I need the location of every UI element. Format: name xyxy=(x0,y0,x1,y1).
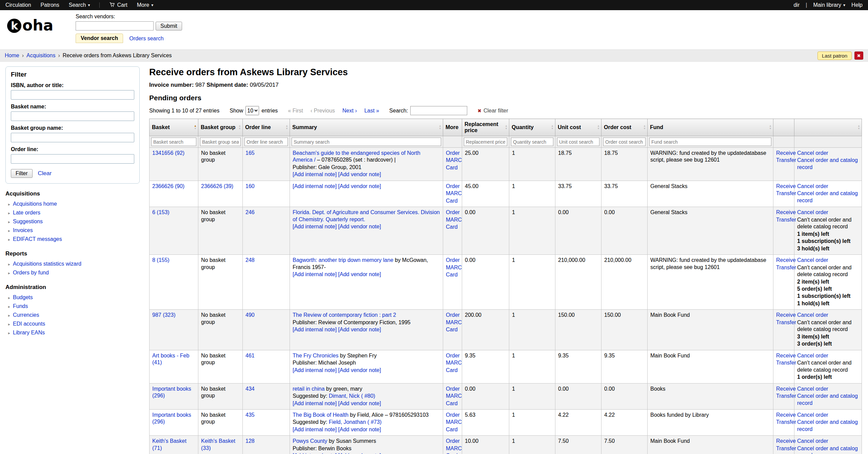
add-vendor-note-link[interactable]: [Add vendor note] xyxy=(338,400,381,406)
column-header-fund[interactable]: Fund▲▼ xyxy=(648,119,773,136)
last-patron-button[interactable]: Last patron xyxy=(817,51,852,60)
add-vendor-note-link[interactable]: [Add vendor note] xyxy=(338,224,381,229)
order-link[interactable]: Order xyxy=(446,386,460,392)
column-filter-input[interactable] xyxy=(511,138,553,146)
summary-link[interactable]: Powys County xyxy=(293,438,327,444)
add-vendor-note-link[interactable]: [Add vendor note] xyxy=(338,271,381,277)
add-internal-note-link[interactable]: [Add internal note] xyxy=(293,327,337,332)
clear-link[interactable]: Clear xyxy=(38,170,52,177)
add-vendor-note-link[interactable]: [Add vendor note] xyxy=(338,367,381,373)
sidebar-item-invoices[interactable]: ▸Invoices xyxy=(5,226,140,235)
summary-link[interactable]: retail in china xyxy=(293,386,324,392)
marc-link[interactable]: MARC xyxy=(446,360,462,366)
column-header-unit-cost[interactable]: Unit cost▲▼ xyxy=(555,119,601,136)
transfer-link[interactable]: Transfer xyxy=(776,446,796,451)
sidebar-item-funds[interactable]: ▸Funds xyxy=(5,302,140,311)
column-filter-input[interactable] xyxy=(649,138,771,146)
basket-link[interactable]: Art books - Feb (41) xyxy=(152,353,189,365)
add-internal-note-link[interactable]: [Add internal note] xyxy=(293,271,337,277)
basket-group-name-input[interactable] xyxy=(11,133,134,142)
chevron-down-icon[interactable]: ▾ xyxy=(88,3,90,7)
column-header-quantity[interactable]: Quantity▲▼ xyxy=(509,119,555,136)
table-search-input[interactable] xyxy=(410,106,467,115)
card-link[interactable]: Card xyxy=(446,165,458,170)
sidebar-item-link[interactable]: Library EANs xyxy=(13,330,45,336)
column-filter-input[interactable] xyxy=(200,138,241,146)
column-header-summary[interactable]: Summary▲▼ xyxy=(290,119,443,136)
nav-search[interactable]: Search xyxy=(69,2,86,8)
summary-link[interactable]: Cancel order and catalog record xyxy=(797,157,858,170)
nav-help[interactable]: Help xyxy=(851,2,863,8)
transfer-link[interactable]: Transfer xyxy=(776,393,796,399)
order-link[interactable]: Order xyxy=(446,353,460,358)
summary-link[interactable]: Cancel order xyxy=(797,183,828,189)
order-link[interactable]: Order xyxy=(446,150,460,156)
basket-link[interactable]: 1341656 (92) xyxy=(152,150,184,156)
sidebar-item-orders-by-fund[interactable]: ▸Orders by fund xyxy=(5,268,140,277)
nav-patrons[interactable]: Patrons xyxy=(41,2,59,8)
add-vendor-note-link[interactable]: [Add vendor note] xyxy=(338,453,381,454)
order-line-link[interactable]: 246 xyxy=(245,209,255,215)
library-select[interactable]: Main library xyxy=(813,2,841,8)
sidebar-item-budgets[interactable]: ▸Budgets xyxy=(5,293,140,302)
marc-link[interactable]: MARC xyxy=(446,319,462,325)
basket-group-link[interactable]: Keith's Basket (33) xyxy=(201,438,235,451)
card-link[interactable]: Card xyxy=(446,198,458,204)
vendor-search-input[interactable] xyxy=(76,21,154,30)
order-link[interactable]: Order xyxy=(446,312,460,318)
column-header-basket-group[interactable]: Basket group▲▼ xyxy=(198,119,243,136)
basket-group-link[interactable]: 2366626 (39) xyxy=(201,183,233,189)
summary-link[interactable]: Dimant, Nick ( #80) xyxy=(329,393,375,399)
basket-link[interactable]: 987 (323) xyxy=(152,312,176,318)
order-line-link[interactable]: 461 xyxy=(245,353,255,358)
summary-link[interactable]: Cancel order and catalog record xyxy=(797,393,858,406)
column-header-order-line[interactable]: Order line▲▼ xyxy=(243,119,290,136)
add-internal-note-link[interactable]: [Add internal note] xyxy=(293,453,337,454)
page-size-select[interactable]: 10 xyxy=(245,106,259,115)
summary-link[interactable]: Cancel order and catalog record xyxy=(797,190,858,203)
column-filter-input[interactable] xyxy=(603,138,646,146)
transfer-link[interactable]: Transfer xyxy=(776,190,796,196)
order-line-link[interactable]: 160 xyxy=(245,183,255,189)
sidebar-item-currencies[interactable]: ▸Currencies xyxy=(5,311,140,319)
receive-link[interactable]: Receive xyxy=(776,150,796,156)
receive-link[interactable]: Receive xyxy=(776,353,796,358)
sidebar-item-link[interactable]: Suggestions xyxy=(13,219,43,225)
column-filter-input[interactable] xyxy=(244,138,288,146)
receive-link[interactable]: Receive xyxy=(776,257,796,263)
filter-button[interactable]: Filter xyxy=(11,169,33,178)
breadcrumb-acquisitions[interactable]: Acquisitions xyxy=(26,53,55,59)
summary-link[interactable]: Field, Jonathan ( #73) xyxy=(329,419,382,425)
basket-link[interactable]: Important books (296) xyxy=(152,412,191,425)
summary-link[interactable]: Cancel order xyxy=(797,312,828,318)
order-line-link[interactable]: 128 xyxy=(245,438,255,444)
add-internal-note-link[interactable]: [Add internal note] xyxy=(293,183,337,189)
sidebar-item-suggestions[interactable]: ▸Suggestions xyxy=(5,217,140,226)
card-link[interactable]: Card xyxy=(446,400,458,406)
order-link[interactable]: Order xyxy=(446,257,460,263)
order-link[interactable]: Order xyxy=(446,412,460,418)
basket-link[interactable]: Important books (296) xyxy=(152,386,191,398)
basket-link[interactable]: 6 (153) xyxy=(152,209,170,215)
marc-link[interactable]: MARC xyxy=(446,265,462,270)
sidebar-item-link[interactable]: Acquisitions home xyxy=(13,201,57,207)
summary-link[interactable]: The Review of contemporary fiction : par… xyxy=(293,312,396,318)
order-link[interactable]: Order xyxy=(446,183,460,189)
summary-link[interactable]: Beacham's guide to the endangered specie… xyxy=(293,150,420,163)
transfer-link[interactable]: Transfer xyxy=(776,265,796,270)
summary-link[interactable]: The Fry Chronicles xyxy=(293,353,338,358)
summary-link[interactable]: Florida. Dept. of Agriculture and Consum… xyxy=(293,209,440,222)
pager-last[interactable]: Last » xyxy=(364,108,379,114)
receive-link[interactable]: Receive xyxy=(776,183,796,189)
card-link[interactable]: Card xyxy=(446,272,458,277)
transfer-link[interactable]: Transfer xyxy=(776,360,796,366)
transfer-link[interactable]: Transfer xyxy=(776,419,796,425)
basket-link[interactable]: Keith's Basket (71) xyxy=(152,438,186,451)
card-link[interactable]: Card xyxy=(446,453,458,454)
sidebar-item-link[interactable]: EDIFACT messages xyxy=(13,236,62,242)
sidebar-item-link[interactable]: Orders by fund xyxy=(13,270,49,276)
marc-link[interactable]: MARC xyxy=(446,190,462,196)
card-link[interactable]: Card xyxy=(446,427,458,432)
add-internal-note-link[interactable]: [Add internal note] xyxy=(293,367,337,373)
basket-link[interactable]: 8 (155) xyxy=(152,257,170,263)
